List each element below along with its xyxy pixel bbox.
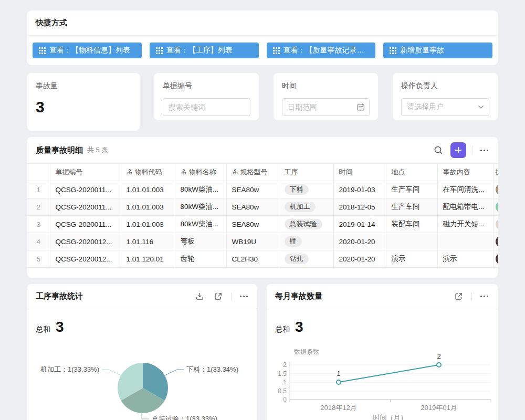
cell-material-code: 1.01.01.003 [121, 216, 175, 233]
chart-title: 工序事故统计 [36, 291, 83, 301]
data-point[interactable] [337, 380, 341, 384]
shortcut-add-incident-button[interactable]: 新增质量事故 [383, 43, 492, 58]
gridlines [290, 365, 491, 391]
cell-operator [493, 216, 498, 233]
process-tag: 机加工 [285, 202, 316, 212]
svg-text:2: 2 [283, 361, 287, 369]
doc-number-search-input[interactable] [163, 98, 250, 116]
cell-doc-number: QCSG-2020011... [50, 216, 121, 233]
pie-callout-line [102, 370, 121, 375]
table-header-bar: 质量事故明细 共 5 条 [27, 137, 498, 163]
cell-process: 机加工 [279, 198, 333, 216]
table-scroll-area[interactable]: 单据编号 物料代码 物料名称 规格型号 工序 时间 地点 事故内容 操作负责人 … [27, 163, 498, 268]
svg-text:0.5: 0.5 [278, 387, 287, 395]
svg-text:1: 1 [283, 379, 287, 386]
avatar [496, 184, 498, 195]
operator-filter-card: 操作负责人 请选择用户 [393, 73, 498, 120]
external-link-icon[interactable] [213, 291, 224, 302]
more-icon[interactable] [479, 295, 489, 298]
chart-header-bar: 工序事故统计 [27, 284, 257, 309]
shortcut-label: 查看：【工序】列表 [166, 46, 233, 55]
cell-material-name: 80kW柴油... [175, 198, 226, 216]
row-index: 4 [27, 233, 50, 250]
col-header-doc-number: 单据编号 [50, 164, 121, 181]
line-total-row: 总和 3 [267, 309, 498, 335]
shortcut-view-incident-records-button[interactable]: 查看：【质量事故记录】... [267, 43, 376, 58]
plus-icon [455, 146, 462, 154]
svg-text:0: 0 [283, 396, 287, 403]
table-row[interactable]: 1 QCSG-2020011... 1.01.01.003 80kW柴油... … [27, 181, 498, 198]
dashboard-page: 快捷方式 查看：【物料信息】列表 查看：【工序】列表 查看：【质量事故记录】..… [0, 0, 525, 420]
row-index: 1 [27, 181, 50, 198]
cell-spec-model: SEA80w [226, 198, 279, 216]
svg-text:2019年01月: 2019年01月 [421, 404, 457, 412]
more-icon[interactable] [239, 295, 249, 298]
cell-place: 演示 [386, 250, 437, 268]
col-header-process: 工序 [279, 164, 333, 181]
select-placeholder: 请选择用户 [407, 102, 444, 112]
shortcut-label: 查看：【物料信息】列表 [49, 46, 130, 55]
shortcut-view-material-list-button[interactable]: 查看：【物料信息】列表 [33, 43, 142, 58]
shortcuts-card: 快捷方式 查看：【物料信息】列表 查看：【工序】列表 查看：【质量事故记录】..… [27, 10, 498, 65]
table-row[interactable]: 3 QCSG-2020011... 1.01.01.003 80kW柴油... … [27, 216, 498, 233]
col-header-place: 地点 [386, 164, 437, 181]
table-title: 质量事故明细 [36, 145, 83, 155]
cell-place: 生产车间 [386, 198, 437, 216]
row-index: 3 [27, 216, 50, 233]
svg-text:2018年12月: 2018年12月 [320, 404, 356, 412]
incident-count-card: 事故量 3 [27, 73, 140, 131]
grid-icon [390, 47, 396, 54]
col-header-operator: 操作负责人 [493, 164, 498, 181]
row-index: 5 [27, 250, 50, 268]
cell-content: 磁力开关短... [437, 216, 493, 233]
charts-row: 工序事故统计 总和 3 [27, 284, 498, 420]
avatar [496, 253, 498, 265]
y-axis-title: 数据条数 [294, 348, 319, 355]
add-record-button[interactable] [450, 142, 466, 158]
cell-material-code: 1.01.120.01 [121, 250, 175, 268]
cell-spec-model: SEA80w [226, 216, 279, 233]
toolbar-divider [472, 146, 473, 154]
cell-content: 在车间清洗... [437, 181, 493, 198]
table-row[interactable]: 5 QCSG-2020012... 1.01.120.01 齿轮 CL2H30 … [27, 250, 498, 268]
cell-place [386, 233, 437, 250]
pie-label-zongzhuangshiyan: 总装试验：1(33.33%) [151, 415, 217, 420]
table-row[interactable]: 4 QCSG-2020012... 1.01.116 弯板 WB19U 镗 20… [27, 233, 498, 250]
download-icon[interactable] [194, 291, 205, 302]
process-tag: 总装试验 [285, 219, 322, 229]
more-icon[interactable] [479, 149, 489, 152]
toolbar-divider [231, 292, 232, 301]
cell-operator [493, 181, 498, 198]
cell-spec-model: CL2H30 [226, 250, 279, 268]
operator-user-select[interactable]: 请选择用户 [401, 98, 489, 116]
cell-material-name: 80kW柴油... [175, 216, 226, 233]
cell-content: 演示 [437, 250, 493, 268]
external-link-icon[interactable] [453, 291, 464, 302]
shortcut-label: 新增质量事故 [400, 46, 444, 55]
col-header-spec-model: 规格型号 [226, 164, 279, 181]
cell-material-code: 1.01.01.003 [121, 181, 175, 198]
grid-icon [39, 47, 46, 54]
shortcuts-title: 快捷方式 [36, 18, 67, 28]
cell-material-code: 1.01.01.003 [121, 198, 175, 216]
incident-count-value: 3 [36, 98, 131, 116]
point-label: 1 [337, 370, 340, 377]
stat-label: 事故量 [36, 81, 131, 91]
data-point[interactable] [437, 363, 441, 367]
avatar [496, 236, 498, 247]
point-label: 2 [437, 352, 440, 360]
shortcut-view-process-list-button[interactable]: 查看：【工序】列表 [150, 43, 259, 58]
monthly-incident-line-card: 每月事故数量 总和 3 数据条数 [267, 284, 498, 420]
incident-detail-table-card: 质量事故明细 共 5 条 [27, 137, 498, 278]
calendar-icon[interactable] [356, 103, 365, 111]
search-icon[interactable] [433, 144, 444, 156]
table-row[interactable]: 2 QCSG-2020011... 1.01.01.003 80kW柴油... … [27, 198, 498, 216]
pie-total-row: 总和 3 [27, 309, 257, 335]
total-label: 总和 [275, 325, 290, 334]
doc-number-filter-card: 单据编号 [154, 73, 259, 120]
pie-callout-line [165, 370, 184, 375]
shortcuts-title-row: 快捷方式 [27, 10, 498, 36]
filter-label: 单据编号 [163, 81, 250, 91]
process-incident-pie-card: 工序事故统计 总和 3 [27, 284, 257, 420]
cell-time: 2019-01-14 [333, 216, 386, 233]
